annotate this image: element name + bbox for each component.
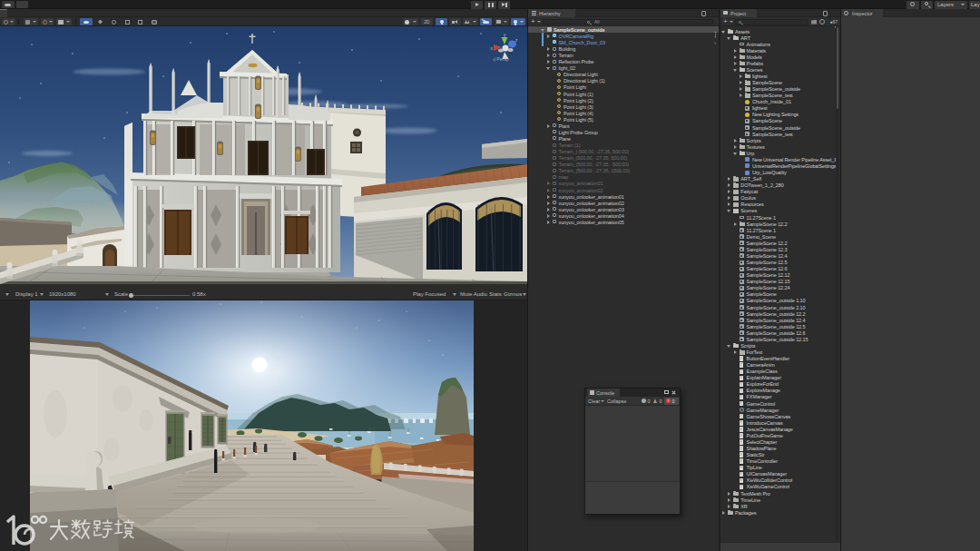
svg-text:‹| Persp: ‹| Persp xyxy=(493,56,509,62)
